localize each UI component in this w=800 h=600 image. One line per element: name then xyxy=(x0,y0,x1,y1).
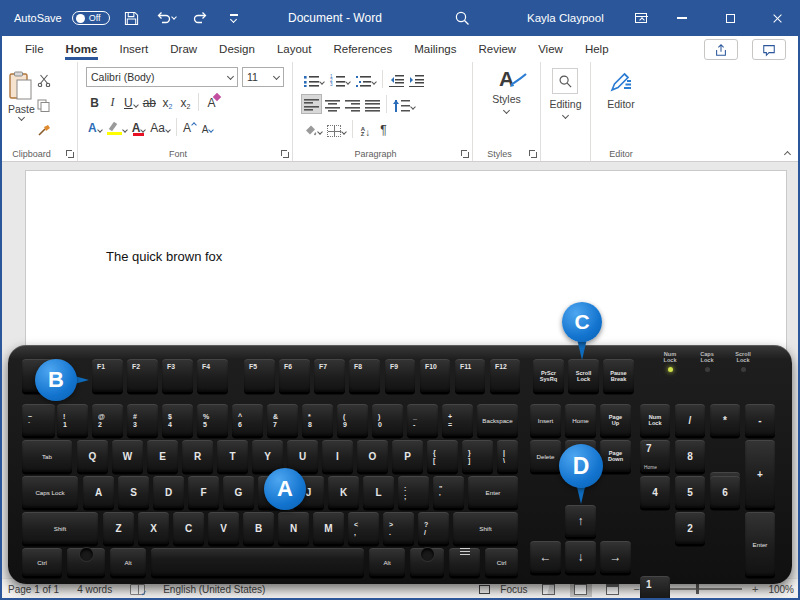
key-slash[interactable]: ?/ xyxy=(418,512,449,544)
key-k[interactable]: K xyxy=(328,476,359,508)
key-np-5[interactable]: 5 xyxy=(675,476,705,508)
key-p[interactable]: P xyxy=(392,440,423,472)
italic-button[interactable]: I xyxy=(104,92,121,112)
undo-icon[interactable] xyxy=(154,6,178,30)
key-left-ctrl[interactable]: Ctrl xyxy=(22,548,62,576)
key-2[interactable]: @2 xyxy=(92,404,123,436)
key-np-enter[interactable]: Enter xyxy=(745,512,775,576)
editor-button[interactable]: Editor xyxy=(607,68,634,110)
key-left-win[interactable] xyxy=(67,548,105,576)
zoom-in-button[interactable]: + xyxy=(752,583,758,595)
editing-button[interactable]: Editing xyxy=(549,68,581,118)
key-scroll-lock[interactable]: ScrollLock xyxy=(568,359,599,392)
tab-design[interactable]: Design xyxy=(208,38,266,60)
key-5[interactable]: %5 xyxy=(197,404,228,436)
key-6[interactable]: ^6 xyxy=(232,404,263,436)
key-g[interactable]: G xyxy=(223,476,254,508)
page-count[interactable]: Page 1 of 1 xyxy=(8,584,59,595)
subscript-button[interactable]: x2 xyxy=(159,92,176,112)
close-button[interactable] xyxy=(754,0,800,36)
key-e[interactable]: E xyxy=(147,440,178,472)
tab-file[interactable]: File xyxy=(14,38,55,60)
grow-font-button[interactable]: A xyxy=(181,117,198,137)
ribbon-display-options-icon[interactable] xyxy=(629,6,653,30)
key-7[interactable]: &7 xyxy=(267,404,298,436)
key-arrow-down[interactable]: ↓ xyxy=(565,541,596,573)
key-home[interactable]: Home xyxy=(565,404,596,436)
font-dialog-launcher[interactable] xyxy=(280,149,289,158)
key-m[interactable]: M xyxy=(313,512,344,544)
key-np-6[interactable]: 6 xyxy=(710,476,740,508)
key-b[interactable]: B xyxy=(243,512,274,544)
styles-button[interactable]: A Styles xyxy=(492,68,521,113)
key-d[interactable]: D xyxy=(153,476,184,508)
sort-button[interactable]: AZ↓ xyxy=(357,119,374,139)
key-right-ctrl[interactable]: Ctrl xyxy=(485,548,518,576)
key-np-1[interactable]: 1End xyxy=(640,576,670,600)
key-quote[interactable]: "' xyxy=(433,476,464,508)
key-l[interactable]: L xyxy=(363,476,394,508)
key-f1[interactable]: F1 xyxy=(92,359,123,392)
key-f2[interactable]: F2 xyxy=(127,359,158,392)
tab-help[interactable]: Help xyxy=(574,38,620,60)
key-c[interactable]: C xyxy=(173,512,204,544)
borders-button[interactable] xyxy=(325,119,348,139)
key-insert[interactable]: Insert xyxy=(530,404,561,436)
key-v[interactable]: V xyxy=(208,512,239,544)
key-grave[interactable]: ~` xyxy=(22,404,55,436)
format-painter-icon[interactable] xyxy=(37,123,51,141)
cut-icon[interactable] xyxy=(37,73,51,91)
key-enter[interactable]: Enter xyxy=(468,476,518,508)
clipboard-dialog-launcher[interactable] xyxy=(65,149,74,158)
key-delete[interactable]: Delete xyxy=(530,440,561,472)
shading-button[interactable] xyxy=(301,119,324,139)
key-comma[interactable]: <, xyxy=(348,512,379,544)
strikethrough-button[interactable]: ab xyxy=(141,92,158,112)
key-f11[interactable]: F11 xyxy=(455,359,485,392)
key-arrow-up[interactable]: ↑ xyxy=(565,505,596,537)
key-f10[interactable]: F10 xyxy=(420,359,450,392)
justify-button[interactable] xyxy=(363,94,382,114)
shrink-font-button[interactable]: A xyxy=(199,117,216,137)
change-case-button[interactable]: Aa xyxy=(148,117,172,137)
key-backslash[interactable]: |\ xyxy=(497,440,518,472)
key-left-alt[interactable]: Alt xyxy=(110,548,146,576)
key-1[interactable]: !1 xyxy=(57,404,88,436)
font-size-select[interactable]: 11 xyxy=(242,67,284,87)
proofing-icon[interactable] xyxy=(130,584,145,595)
key-left-shift[interactable]: Shift xyxy=(22,512,98,544)
superscript-button[interactable]: x2 xyxy=(177,92,194,112)
paste-button[interactable]: Paste xyxy=(8,67,35,161)
key-y[interactable]: Y xyxy=(252,440,283,472)
key-semicolon[interactable]: :; xyxy=(398,476,429,508)
zoom-slider-thumb[interactable] xyxy=(696,584,699,594)
language-indicator[interactable]: English (United States) xyxy=(163,584,265,595)
increase-indent-button[interactable] xyxy=(407,69,426,89)
redo-icon[interactable] xyxy=(188,6,212,30)
key-np-4[interactable]: 4 xyxy=(640,476,670,508)
autosave-toggle[interactable]: Off xyxy=(72,11,110,25)
align-center-button[interactable] xyxy=(323,94,342,114)
paragraph-dialog-launcher[interactable] xyxy=(460,149,469,158)
key-period[interactable]: >. xyxy=(383,512,414,544)
key-page-down[interactable]: PageDown xyxy=(600,440,631,472)
key-0[interactable]: )0 xyxy=(372,404,403,436)
decrease-indent-button[interactable] xyxy=(387,69,406,89)
key-np-star[interactable]: * xyxy=(710,404,740,436)
show-hide-paragraph-button[interactable]: ¶ xyxy=(375,119,392,139)
key-w[interactable]: W xyxy=(112,440,143,472)
search-icon[interactable] xyxy=(450,6,474,30)
key-f[interactable]: F xyxy=(188,476,219,508)
key-f6[interactable]: F6 xyxy=(279,359,310,392)
styles-dialog-launcher[interactable] xyxy=(528,149,537,158)
tab-insert[interactable]: Insert xyxy=(108,38,159,60)
key-right-win[interactable] xyxy=(410,548,444,576)
bullets-button[interactable] xyxy=(301,69,326,89)
key-s[interactable]: S xyxy=(118,476,149,508)
key-page-up[interactable]: PageUp xyxy=(600,404,631,436)
align-right-button[interactable] xyxy=(343,94,362,114)
key-4[interactable]: $4 xyxy=(162,404,193,436)
key-arrow-left[interactable]: ← xyxy=(530,541,561,573)
key-print-screen[interactable]: PrScrSysRq xyxy=(533,359,564,392)
key-f12[interactable]: F12 xyxy=(490,359,520,392)
